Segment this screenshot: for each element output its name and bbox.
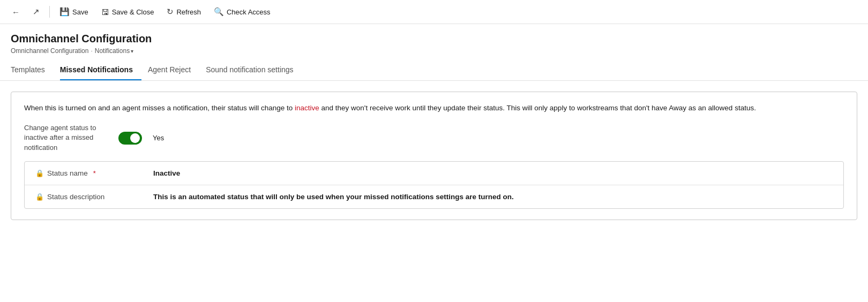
breadcrumb-parent[interactable]: Omnichannel Configuration (11, 47, 88, 55)
lock-icon-desc: 🔒 (35, 193, 44, 201)
save-label: Save (72, 8, 88, 16)
toggle-label: Change agent status to inactive after a … (24, 123, 110, 153)
status-description-value: This is an automated status that will on… (153, 193, 514, 201)
status-description-label: 🔒 Status description (35, 193, 153, 201)
save-button[interactable]: 💾 Save (54, 4, 94, 19)
toggle-thumb (130, 133, 140, 143)
lock-icon-name: 🔒 (35, 169, 44, 177)
page-header: Omnichannel Configuration Omnichannel Co… (0, 24, 868, 55)
tab-templates[interactable]: Templates (11, 61, 54, 80)
status-description-row: 🔒 Status description This is an automate… (25, 185, 843, 208)
tabs-bar: Templates Missed Notifications Agent Rej… (0, 61, 868, 81)
breadcrumb-current[interactable]: Notifications ▾ (95, 47, 133, 55)
status-name-row: 🔒 Status name * Inactive (25, 162, 843, 185)
back-button[interactable]: ← (6, 5, 25, 19)
tab-agent-reject[interactable]: Agent Reject (148, 61, 199, 80)
breadcrumb-separator: · (91, 47, 92, 55)
tab-sound-notification-settings-label: Sound notification settings (206, 65, 293, 74)
toggle-row: Change agent status to inactive after a … (24, 123, 844, 153)
tab-missed-notifications-label: Missed Notifications (60, 65, 133, 74)
save-close-label: Save & Close (112, 8, 154, 16)
main-content: When this is turned on and an agent miss… (0, 81, 868, 231)
refresh-button[interactable]: ↻ Refresh (161, 4, 206, 19)
toggle-yes-label: Yes (153, 134, 164, 142)
tab-sound-notification-settings[interactable]: Sound notification settings (206, 61, 302, 80)
toolbar-divider (49, 6, 50, 18)
save-close-button[interactable]: 🖫 Save & Close (96, 5, 160, 19)
status-table: 🔒 Status name * Inactive 🔒 Status descri… (24, 161, 844, 209)
info-text-after: and they won't receive work until they u… (319, 104, 756, 112)
check-access-button[interactable]: 🔍 Check Access (208, 4, 276, 19)
save-close-icon: 🖫 (101, 7, 109, 17)
tab-templates-label: Templates (11, 65, 45, 74)
info-text: When this is turned on and an agent miss… (24, 103, 844, 114)
status-name-text: Status name (47, 169, 88, 177)
tab-agent-reject-label: Agent Reject (148, 65, 191, 74)
breadcrumb-current-label: Notifications (95, 47, 130, 55)
status-name-value: Inactive (153, 169, 180, 177)
refresh-label: Refresh (176, 8, 201, 16)
page-title: Omnichannel Configuration (11, 33, 857, 45)
breadcrumb-chevron-icon: ▾ (131, 48, 133, 54)
popout-icon: ↗ (33, 7, 40, 17)
back-icon: ← (12, 7, 20, 17)
toggle-switch[interactable] (118, 132, 142, 145)
check-access-icon: 🔍 (214, 7, 224, 17)
required-star: * (93, 169, 96, 177)
status-description-text: Status description (47, 193, 104, 201)
missed-notifications-panel: When this is turned on and an agent miss… (11, 92, 857, 220)
toggle-track (118, 132, 142, 145)
tab-missed-notifications[interactable]: Missed Notifications (60, 61, 141, 80)
check-access-label: Check Access (227, 8, 271, 16)
status-name-label: 🔒 Status name * (35, 169, 153, 177)
breadcrumb: Omnichannel Configuration · Notification… (11, 47, 857, 55)
info-text-before: When this is turned on and an agent miss… (24, 104, 295, 112)
save-icon: 💾 (59, 7, 70, 17)
toolbar: ← ↗ 💾 Save 🖫 Save & Close ↻ Refresh 🔍 Ch… (0, 0, 868, 24)
popout-button[interactable]: ↗ (27, 4, 45, 19)
refresh-icon: ↻ (167, 7, 174, 17)
info-text-highlight: inactive (295, 104, 319, 112)
